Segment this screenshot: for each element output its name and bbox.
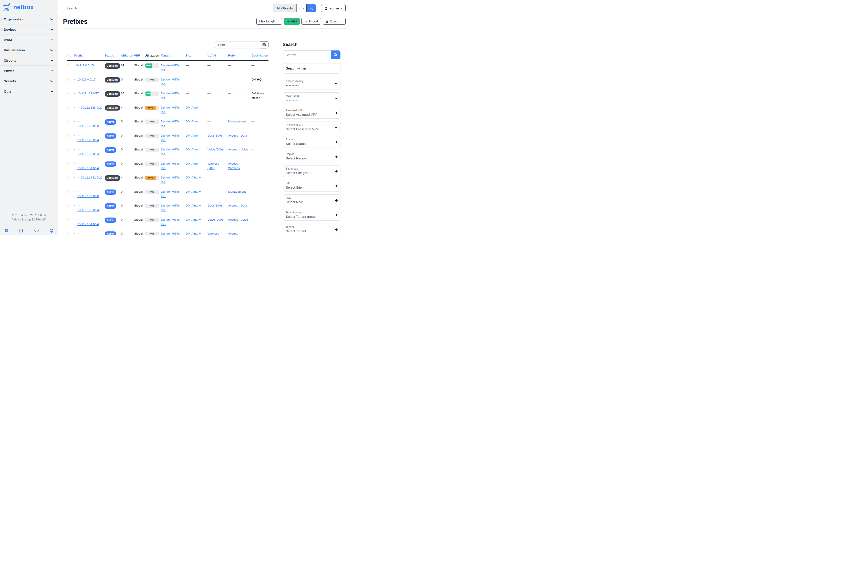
user-menu-button[interactable]: admin (321, 4, 345, 12)
column-header-children[interactable]: Children (121, 54, 133, 57)
role-link[interactable]: Access - Voice (228, 218, 248, 221)
row-checkbox[interactable] (68, 162, 71, 165)
column-header-status[interactable]: Status (105, 54, 114, 57)
filter-field-site[interactable]: Site Select Site + (283, 180, 341, 192)
filter-field-region[interactable]: Region Select Region + (283, 151, 341, 162)
column-header-prefix[interactable]: Prefix (74, 54, 83, 57)
filters-search-input[interactable] (283, 50, 331, 59)
select-all-checkbox[interactable] (68, 54, 71, 57)
tenant-link[interactable]: Dunder-Mifflin, Inc. (161, 64, 180, 72)
column-header-tenant[interactable]: Tenant (161, 54, 170, 57)
global-search-button[interactable] (307, 4, 316, 12)
max-length-dropdown-button[interactable]: Max Length (256, 18, 282, 25)
export-dropdown-button[interactable]: Export (323, 18, 345, 25)
vlan-link[interactable]: Wireless (300) (207, 232, 219, 235)
vlan-link[interactable]: Data (100) (207, 134, 222, 137)
prefix-link[interactable]: 10.112.0.0/17 (77, 78, 96, 81)
column-header-site[interactable]: Site (186, 54, 191, 57)
prefix-link[interactable]: 10.112.128.0/28 (77, 124, 99, 128)
sidebar-item-circuits[interactable]: Circuits (0, 55, 58, 65)
vlan-link[interactable]: Voice (200) (207, 218, 223, 221)
sidebar-item-secrets[interactable]: Secrets (0, 76, 58, 86)
role-link[interactable]: Access - Wireless (228, 162, 240, 170)
prefix-link[interactable]: 10.112.133.0/24 (77, 208, 99, 212)
sidebar-item-virtualization[interactable]: Virtualization (0, 45, 58, 55)
row-checkbox[interactable] (68, 148, 71, 151)
table-config-button[interactable] (260, 41, 269, 49)
role-link[interactable]: Management (228, 190, 246, 193)
site-link[interactable]: DM-Akron (186, 106, 199, 109)
filter-field-present-in-vrf[interactable]: Present in VRF Select Present in VRF (283, 122, 341, 133)
role-link[interactable]: Access - Data (228, 204, 247, 207)
site-link[interactable]: DM-Akron (186, 148, 199, 151)
filters-search-button[interactable] (331, 50, 341, 59)
search-within-field[interactable]: Search within (283, 63, 341, 74)
tenant-link[interactable]: Dunder-Mifflin, Inc. (161, 120, 180, 128)
filter-field-tenant[interactable]: Tenant Select Tenant + (283, 224, 341, 235)
prefix-link[interactable]: 10.112.129.0/24 (77, 139, 99, 142)
role-link[interactable]: Management (228, 120, 246, 123)
table-filter-input[interactable] (215, 41, 260, 49)
filter-field-role[interactable]: Role Select Role + (283, 195, 341, 206)
tenant-link[interactable]: Dunder-Mifflin, Inc. (161, 232, 180, 235)
code-icon[interactable]: < > (34, 228, 39, 233)
row-checkbox[interactable] (68, 176, 71, 179)
site-link[interactable]: DM-Albany (186, 218, 201, 221)
row-checkbox[interactable] (68, 120, 71, 123)
site-link[interactable]: DM-Albany (186, 190, 201, 193)
row-checkbox[interactable] (68, 134, 71, 137)
site-link[interactable]: DM-Albany (186, 232, 201, 235)
filter-field-assigned-vrf[interactable]: Assigned VRF Select Assigned VRF + (283, 107, 341, 119)
tenant-link[interactable]: Dunder-Mifflin, Inc. (161, 92, 180, 100)
sidebar-item-other[interactable]: Other (0, 86, 58, 96)
prefix-link[interactable]: 10.112.130.0/24 (77, 152, 99, 156)
add-button[interactable]: Add (284, 18, 300, 25)
vlan-link[interactable]: Voice (200) (207, 148, 223, 151)
prefix-link[interactable]: 10.112.132.0/22 (81, 176, 102, 179)
docs-book-icon[interactable] (4, 229, 9, 233)
tenant-link[interactable]: Dunder-Mifflin, Inc. (161, 134, 180, 142)
column-header-description[interactable]: Description (251, 54, 268, 57)
tenant-link[interactable]: Dunder-Mifflin, Inc. (161, 162, 180, 170)
tenant-link[interactable]: Dunder-Mifflin, Inc. (161, 218, 180, 226)
column-header-vlan[interactable]: VLAN (207, 54, 216, 57)
row-checkbox[interactable] (68, 190, 71, 193)
site-link[interactable]: DM-Akron (186, 120, 199, 123)
row-checkbox[interactable] (68, 218, 71, 221)
prefix-link[interactable]: 10.112.131.0/24 (77, 167, 99, 170)
sidebar-item-ipam[interactable]: IPAM (0, 35, 58, 45)
import-button[interactable]: Import (301, 18, 321, 25)
tenant-link[interactable]: Dunder-Mifflin, Inc. (161, 190, 180, 198)
prefix-link[interactable]: 10.112.128.0/22 (81, 106, 102, 109)
filter-field-mask-length[interactable]: Mask length --------- (283, 92, 341, 104)
row-checkbox[interactable] (68, 64, 71, 67)
vlan-link[interactable]: Wireless (300) (207, 162, 219, 170)
support-lifering-icon[interactable] (50, 229, 54, 233)
tenant-link[interactable]: Dunder-Mifflin, Inc. (161, 78, 180, 85)
sidebar-item-power[interactable]: Power (0, 65, 58, 76)
vlan-link[interactable]: Data (100) (207, 204, 222, 207)
filter-field-tenant-group[interactable]: Tenant group Select Tenant group + (283, 209, 341, 221)
tenant-link[interactable]: Dunder-Mifflin, Inc. (161, 106, 180, 114)
tenant-link[interactable]: Dunder-Mifflin, Inc. (161, 204, 180, 212)
rest-api-braces-icon[interactable]: { } (19, 228, 23, 233)
sidebar-item-organization[interactable]: Organization (0, 14, 58, 24)
search-filter-dropdown-button[interactable] (296, 4, 307, 12)
site-link[interactable]: DM-Albany (186, 176, 201, 179)
sidebar-item-devices[interactable]: Devices (0, 24, 58, 35)
tenant-link[interactable]: Dunder-Mifflin, Inc. (161, 148, 180, 156)
filter-field-site-group[interactable]: Site group Select Site group + (283, 165, 341, 177)
global-search-input[interactable] (63, 4, 273, 12)
row-checkbox[interactable] (68, 92, 71, 95)
prefix-link[interactable]: 10.112.132.0/28 (77, 195, 99, 198)
prefix-link[interactable]: 10.112.134.0/24 (77, 223, 99, 226)
role-link[interactable]: Access - Wireless (228, 232, 240, 235)
column-header-role[interactable]: Role (228, 54, 235, 57)
site-link[interactable]: DM-Albany (186, 204, 201, 207)
netbox-logo[interactable]: netbox (0, 0, 58, 14)
site-link[interactable]: DM-Akron (186, 134, 199, 137)
column-header-vrf[interactable]: VRF (134, 54, 140, 57)
row-checkbox[interactable] (68, 232, 71, 235)
role-link[interactable]: Access - Data (228, 134, 247, 137)
row-checkbox[interactable] (68, 204, 71, 207)
